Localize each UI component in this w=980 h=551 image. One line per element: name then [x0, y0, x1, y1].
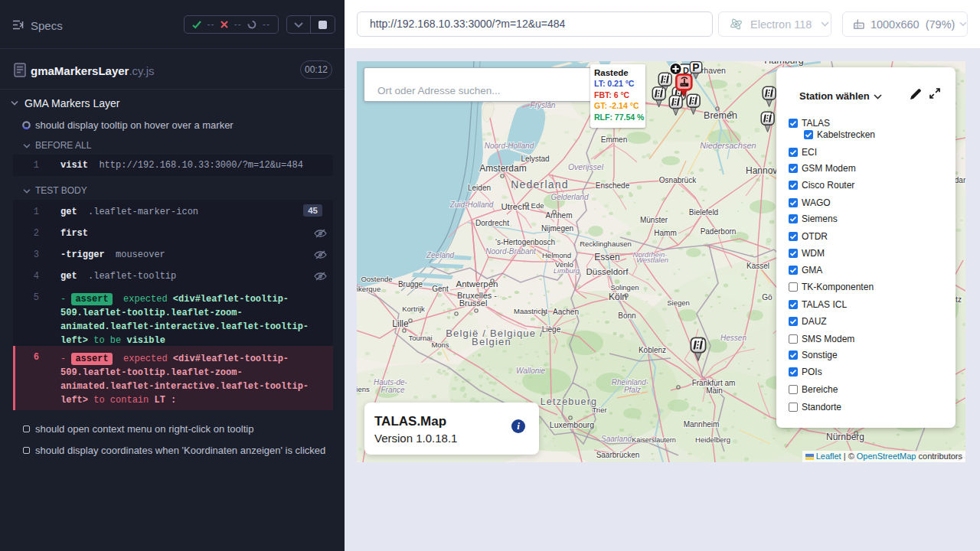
svg-text:Arnhem: Arnhem [545, 211, 572, 220]
svg-text:Enschede: Enschede [596, 181, 630, 190]
svg-text:Letzebuerg: Letzebuerg [541, 396, 598, 407]
svg-text:Westfalen: Westfalen [636, 256, 668, 264]
svg-text:Hamm: Hamm [654, 229, 676, 237]
svg-text:Brugge: Brugge [398, 280, 423, 289]
svg-text:Luxembourg: Luxembourg [550, 420, 595, 429]
svg-text:iens: iens [357, 385, 370, 393]
svg-text:Zeeland: Zeeland [426, 251, 455, 259]
svg-text:Saarland: Saarland [601, 435, 632, 443]
svg-text:Münster: Münster [640, 216, 668, 224]
svg-text:Kassel: Kassel [746, 262, 769, 270]
svg-text:Liège: Liège [542, 325, 561, 334]
svg-text:Kaiserslautern: Kaiserslautern [632, 436, 676, 444]
svg-text:Noord-Brabant: Noord-Brabant [485, 247, 537, 256]
svg-text:Emmen: Emmen [601, 135, 627, 144]
svg-text:Brussel: Brussel [459, 298, 488, 308]
svg-text:Düsseldorf: Düsseldorf [586, 267, 629, 276]
svg-text:Köln: Köln [609, 292, 627, 302]
svg-text:Solingen: Solingen [611, 283, 639, 292]
svg-text:Nijmegen: Nijmegen [541, 224, 573, 233]
svg-text:Essen: Essen [594, 252, 619, 262]
svg-text:Limburg: Limburg [554, 266, 580, 275]
svg-text:Lille: Lille [392, 318, 409, 329]
svg-text:Antwerpen: Antwerpen [456, 279, 498, 289]
svg-text:Ede: Ede [531, 201, 544, 210]
svg-text:Wallonie: Wallonie [516, 367, 546, 375]
svg-text:Dordrecht: Dordrecht [475, 219, 509, 227]
svg-text:Recklinghausen: Recklinghausen [580, 240, 632, 248]
svg-text:Helmond: Helmond [542, 251, 571, 259]
svg-text:tz: tz [956, 295, 962, 304]
svg-text:Aachen: Aachen [553, 308, 579, 316]
svg-text:dar: dar [955, 176, 965, 184]
svg-text:Siegen: Siegen [667, 298, 690, 307]
svg-text:Lelystad: Lelystad [521, 155, 549, 163]
svg-text:Nederland: Nederland [511, 178, 568, 191]
svg-text:nkerque: nkerque [357, 285, 381, 293]
svg-text:Paderborn: Paderborn [701, 227, 737, 236]
svg-text:Overijssel: Overijssel [568, 162, 604, 171]
svg-text:Belgien: Belgien [472, 336, 511, 347]
svg-text:erhaven: erhaven [697, 66, 726, 75]
svg-text:Hessen: Hessen [720, 334, 746, 342]
svg-text:Pfalz: Pfalz [624, 386, 641, 394]
svg-text:Koblenz: Koblenz [639, 346, 666, 354]
svg-text:Zuid-Holland: Zuid-Holland [449, 201, 494, 209]
svg-text:Leiden: Leiden [468, 184, 491, 192]
svg-text:Maastricht: Maastricht [514, 307, 547, 315]
svg-text:Heidelberg: Heidelberg [695, 435, 730, 444]
svg-text:Gent: Gent [432, 285, 449, 293]
svg-text:France: France [381, 386, 405, 394]
svg-text:Gö: Gö [762, 293, 773, 302]
svg-text:Hamburg: Hamburg [764, 61, 803, 66]
svg-text:'s-Hertogenbosch: 's-Hertogenbosch [495, 238, 555, 246]
svg-text:Nürnberg: Nürnberg [826, 432, 864, 442]
svg-text:Saarbrücken: Saarbrücken [596, 451, 640, 459]
svg-text:Kortrijk: Kortrijk [402, 305, 425, 313]
svg-text:Niedersachsen: Niedersachsen [700, 141, 756, 150]
svg-text:Gelderland: Gelderland [551, 193, 589, 201]
svg-text:Noord-Holland: Noord-Holland [485, 142, 534, 150]
svg-text:Trier: Trier [592, 406, 606, 414]
svg-text:Oostende: Oostende [361, 275, 392, 283]
svg-text:Fryslân: Fryslân [531, 101, 556, 109]
svg-text:Mannheim: Mannheim [684, 420, 720, 429]
svg-text:Tournai: Tournai [408, 334, 432, 342]
svg-text:Amsterdam: Amsterdam [479, 163, 526, 174]
svg-text:Bielefeld: Bielefeld [689, 208, 718, 217]
svg-text:Bonn: Bonn [618, 311, 635, 320]
svg-text:Main: Main [706, 386, 723, 395]
svg-text:Mons: Mons [431, 341, 449, 349]
svg-text:Osnabrück: Osnabrück [659, 176, 697, 184]
